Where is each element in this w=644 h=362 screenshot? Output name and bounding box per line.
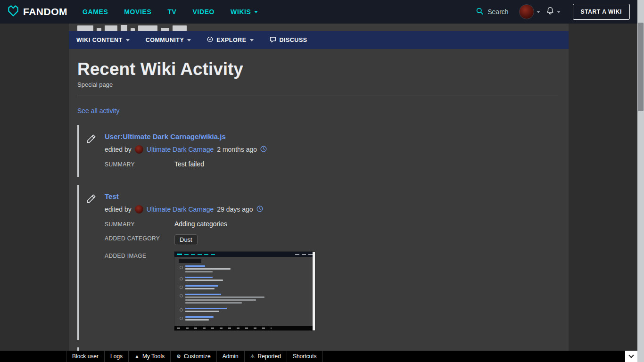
nav-right: Search START A WIKI (476, 4, 630, 20)
activity-meta: edited by Ultimate Dark Carnage 2 months… (105, 145, 560, 154)
clipped-heading-fragment (138, 25, 157, 31)
search-icon (476, 7, 484, 16)
browser-scrollbar[interactable] (637, 0, 644, 362)
wiki-nav: WIKI CONTENT COMMUNITY EXPLORE DISCUSS (69, 31, 569, 49)
brand-name: FANDOM (23, 6, 67, 17)
chevron-down-icon (628, 353, 634, 358)
fandom-heart-icon (7, 4, 20, 19)
start-a-wiki-button[interactable]: START A WIKI (573, 4, 630, 20)
clipped-wiki-heading (69, 24, 569, 31)
added-category-row: ADDED CATEGORY Dust (105, 234, 560, 245)
item-accent-bar (77, 185, 79, 340)
activity-item: User:Ultimate Dark Carnage/wikia.js edit… (77, 125, 560, 177)
nav-link-video[interactable]: VIDEO (193, 8, 215, 16)
clock-icon (260, 146, 267, 154)
activity-page-link[interactable]: Test (105, 192, 119, 200)
clipped-heading-fragment (105, 25, 117, 31)
title-divider (77, 96, 558, 96)
user-avatar[interactable] (519, 4, 534, 19)
toolbar-my-tools[interactable]: ▲ My Tools (129, 351, 171, 362)
page-subtitle: Special page (77, 81, 560, 88)
pencil-edit-icon (86, 193, 97, 206)
thumb-mini-heading (179, 259, 201, 263)
activity-item: Test edited by Ultimate Dark Carnage 29 … (77, 185, 560, 340)
action-text: edited by (105, 146, 132, 153)
nav-link-tv[interactable]: TV (167, 8, 176, 16)
activity-feed: User:Ultimate Dark Carnage/wikia.js edit… (77, 125, 560, 362)
summary-row: SUMMARY Adding categories (105, 220, 560, 228)
summary-row: SUMMARY Test failed (105, 160, 560, 168)
clock-icon (256, 206, 263, 214)
timestamp: 2 months ago (217, 146, 257, 153)
wiki-nav-explore[interactable]: EXPLORE (207, 36, 253, 44)
user-avatar[interactable] (135, 145, 143, 154)
admin-toolbar: Block user Logs ▲ My Tools ⚙ Customize A… (0, 351, 637, 362)
clipped-heading-fragment (121, 25, 127, 31)
detail-label: ADDED IMAGE (105, 252, 174, 259)
item-accent-bar (77, 125, 79, 177)
nav-link-movies[interactable]: MOVIES (124, 8, 151, 16)
chevron-down-icon (126, 39, 130, 41)
chevron-down-icon (537, 11, 540, 13)
nav-link-games[interactable]: GAMES (83, 8, 108, 16)
page-title: Recent Wiki Activity (77, 59, 560, 79)
toolbar-shortcuts[interactable]: Shortcuts (287, 351, 323, 362)
thumb-mini-toolbar (174, 326, 313, 330)
detail-label: ADDED CATEGORY (105, 234, 174, 242)
thumb-mini-nav (174, 252, 315, 257)
detail-value: Test failed (174, 160, 204, 168)
notifications-menu[interactable] (546, 7, 561, 17)
gear-icon: ⚙ (176, 354, 181, 359)
primary-links: GAMES MOVIES TV VIDEO WIKIS (83, 8, 258, 16)
activity-page-link[interactable]: User:Ultimate Dark Carnage/wikia.js (105, 132, 226, 140)
toolbar-reported[interactable]: ⚠ Reported (245, 351, 287, 362)
toolbar-logs[interactable]: Logs (105, 351, 129, 362)
scrollbar-thumb[interactable] (638, 23, 644, 111)
caret-up-icon: ▲ (134, 354, 140, 359)
search-label: Search (487, 8, 508, 16)
fandom-logo[interactable]: FANDOM (7, 4, 67, 19)
detail-label: SUMMARY (105, 160, 174, 168)
detail-label: SUMMARY (105, 220, 174, 228)
global-nav: FANDOM GAMES MOVIES TV VIDEO WIKIS Searc… (0, 0, 637, 24)
bell-icon (546, 7, 554, 17)
warning-icon: ⚠ (250, 354, 255, 359)
clipped-heading-fragment (131, 28, 135, 31)
chevron-down-icon (250, 39, 254, 41)
category-chip[interactable]: Dust (174, 234, 198, 245)
search-button[interactable]: Search (476, 7, 508, 16)
detail-value: Adding categories (174, 220, 227, 228)
timestamp: 29 days ago (217, 206, 253, 213)
pencil-edit-icon (86, 133, 97, 146)
user-menu[interactable] (519, 4, 540, 19)
see-all-activity-link[interactable]: See all activity (77, 107, 119, 115)
toolbar-admin[interactable]: Admin (217, 351, 245, 362)
wiki-nav-community[interactable]: COMMUNITY (146, 37, 191, 43)
clipped-heading-fragment (97, 28, 101, 31)
added-image-row: ADDED IMAGE (105, 252, 560, 330)
page-main: Recent Wiki Activity Special page See al… (69, 49, 569, 362)
action-text: edited by (105, 206, 132, 213)
clipped-heading-fragment (161, 28, 169, 31)
explore-compass-icon (207, 36, 213, 44)
thumb-mini-scrollbar (313, 252, 315, 330)
user-link[interactable]: Ultimate Dark Carnage (147, 146, 214, 153)
user-avatar[interactable] (135, 205, 143, 214)
toolbar-customize[interactable]: ⚙ Customize (171, 351, 217, 362)
toolbar-block-user[interactable]: Block user (66, 351, 105, 362)
added-image-thumbnail[interactable] (174, 252, 315, 330)
user-link[interactable]: Ultimate Dark Carnage (147, 206, 214, 213)
clipped-heading-fragment (77, 25, 93, 31)
content-column: WIKI CONTENT COMMUNITY EXPLORE DISCUSS (69, 24, 569, 362)
chevron-down-icon (557, 11, 561, 13)
toolbar-collapse-button[interactable] (625, 351, 637, 362)
wiki-nav-wiki-content[interactable]: WIKI CONTENT (76, 37, 130, 43)
clipped-heading-fragment (173, 25, 187, 31)
activity-meta: edited by Ultimate Dark Carnage 29 days … (105, 205, 560, 214)
chevron-down-icon (187, 39, 191, 41)
nav-link-wikis[interactable]: WIKIS (231, 8, 257, 16)
chevron-down-icon (254, 11, 258, 13)
wiki-nav-discuss[interactable]: DISCUSS (270, 36, 307, 44)
discuss-bubble-icon (270, 36, 276, 44)
